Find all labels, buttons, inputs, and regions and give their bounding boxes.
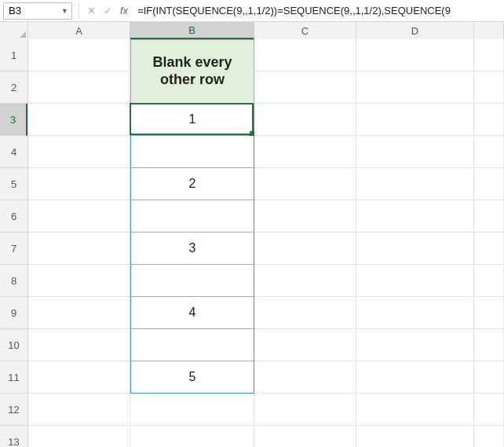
name-box[interactable]: B3 ▼ xyxy=(3,2,72,20)
cell[interactable] xyxy=(28,104,130,136)
cells-area[interactable]: Blank every other row12345 xyxy=(28,39,504,447)
cell[interactable] xyxy=(28,136,130,168)
row-header[interactable]: 10 xyxy=(0,329,27,361)
dropdown-icon[interactable]: ▼ xyxy=(61,7,68,15)
row-header[interactable]: 2 xyxy=(0,71,27,104)
cell[interactable] xyxy=(356,136,474,168)
column-header[interactable]: B xyxy=(130,22,254,39)
cell[interactable] xyxy=(130,426,254,447)
row-header[interactable]: 1 xyxy=(0,39,27,71)
row-header[interactable]: 13 xyxy=(0,426,27,447)
cell[interactable] xyxy=(28,265,130,297)
row-headers: 12345678910111213 xyxy=(0,39,28,447)
row-header[interactable]: 8 xyxy=(0,265,27,297)
row-header[interactable]: 12 xyxy=(0,394,27,426)
cell[interactable] xyxy=(356,426,474,447)
cell[interactable] xyxy=(28,39,130,71)
cell[interactable] xyxy=(474,39,504,71)
cell[interactable] xyxy=(254,233,356,265)
cell[interactable] xyxy=(474,136,504,168)
separator xyxy=(79,3,79,19)
name-box-value: B3 xyxy=(9,5,21,16)
cell[interactable] xyxy=(28,361,130,394)
cell[interactable] xyxy=(28,168,130,200)
column-header[interactable]: A xyxy=(28,22,130,39)
formula-input[interactable]: =IF(INT(SEQUENCE(9,,1,1/2))=SEQUENCE(9,,… xyxy=(133,2,504,20)
select-all-corner[interactable] xyxy=(0,22,28,39)
cell[interactable] xyxy=(254,200,356,233)
table-data-cell[interactable] xyxy=(130,136,254,168)
column-header[interactable]: C xyxy=(254,22,356,39)
cell[interactable] xyxy=(254,394,356,426)
formula-bar: B3 ▼ ✕ ✓ fx =IF(INT(SEQUENCE(9,,1,1/2))=… xyxy=(0,0,504,22)
cell[interactable] xyxy=(28,200,130,233)
cell[interactable] xyxy=(356,104,474,136)
cell[interactable] xyxy=(356,71,474,104)
cell[interactable] xyxy=(254,71,356,104)
cell[interactable] xyxy=(474,233,504,265)
cell[interactable] xyxy=(474,426,504,447)
cell[interactable] xyxy=(356,297,474,329)
cell[interactable] xyxy=(474,71,504,104)
formula-buttons: ✕ ✓ fx xyxy=(82,5,133,16)
table-data-cell[interactable] xyxy=(130,265,254,297)
table-data-cell[interactable] xyxy=(130,329,254,361)
cell[interactable] xyxy=(474,168,504,200)
row-header[interactable]: 3 xyxy=(0,104,27,136)
cancel-icon[interactable]: ✕ xyxy=(87,5,96,16)
table-header-cell[interactable]: Blank every other row xyxy=(130,39,254,104)
cell[interactable] xyxy=(474,104,504,136)
row-header[interactable]: 7 xyxy=(0,233,27,265)
cell[interactable] xyxy=(474,297,504,329)
row-header[interactable]: 4 xyxy=(0,136,27,168)
cell[interactable] xyxy=(254,361,356,394)
cell[interactable] xyxy=(356,394,474,426)
cell[interactable] xyxy=(254,104,356,136)
cell[interactable] xyxy=(356,39,474,71)
table-data-cell[interactable]: 2 xyxy=(130,168,254,200)
cell[interactable] xyxy=(254,265,356,297)
row-header[interactable]: 6 xyxy=(0,200,27,233)
table-data-cell[interactable]: 4 xyxy=(130,297,254,329)
cell[interactable] xyxy=(28,394,130,426)
cell[interactable] xyxy=(254,168,356,200)
table-data-cell[interactable]: 1 xyxy=(130,104,254,136)
table-data-cell[interactable]: 3 xyxy=(130,233,254,265)
column-headers: ABCD xyxy=(0,22,504,39)
cell[interactable] xyxy=(130,394,254,426)
cell[interactable] xyxy=(356,233,474,265)
table-data-cell[interactable] xyxy=(130,200,254,233)
cell[interactable] xyxy=(356,200,474,233)
table-data-cell[interactable]: 5 xyxy=(130,361,254,394)
cell[interactable] xyxy=(474,329,504,361)
column-header[interactable]: D xyxy=(356,22,474,39)
row-header[interactable]: 5 xyxy=(0,168,27,200)
cell[interactable] xyxy=(474,361,504,394)
row-header[interactable]: 11 xyxy=(0,361,27,394)
cell[interactable] xyxy=(254,136,356,168)
cell[interactable] xyxy=(356,265,474,297)
cell[interactable] xyxy=(254,39,356,71)
cell[interactable] xyxy=(28,426,130,447)
cell[interactable] xyxy=(474,265,504,297)
cell[interactable] xyxy=(254,297,356,329)
cell[interactable] xyxy=(28,329,130,361)
cell[interactable] xyxy=(474,394,504,426)
column-header[interactable] xyxy=(474,22,504,39)
cell[interactable] xyxy=(254,329,356,361)
fx-icon[interactable]: fx xyxy=(120,5,128,16)
cell[interactable] xyxy=(474,200,504,233)
enter-icon[interactable]: ✓ xyxy=(104,5,112,16)
cell[interactable] xyxy=(28,71,130,104)
cell[interactable] xyxy=(356,329,474,361)
formula-text: =IF(INT(SEQUENCE(9,,1,1/2))=SEQUENCE(9,,… xyxy=(137,5,451,16)
cell[interactable] xyxy=(356,168,474,200)
cell[interactable] xyxy=(28,233,130,265)
row-header[interactable]: 9 xyxy=(0,297,27,329)
cell[interactable] xyxy=(356,361,474,394)
cell[interactable] xyxy=(28,297,130,329)
grid[interactable]: ABCD 12345678910111213 Blank every other… xyxy=(0,22,504,447)
cell[interactable] xyxy=(254,426,356,447)
